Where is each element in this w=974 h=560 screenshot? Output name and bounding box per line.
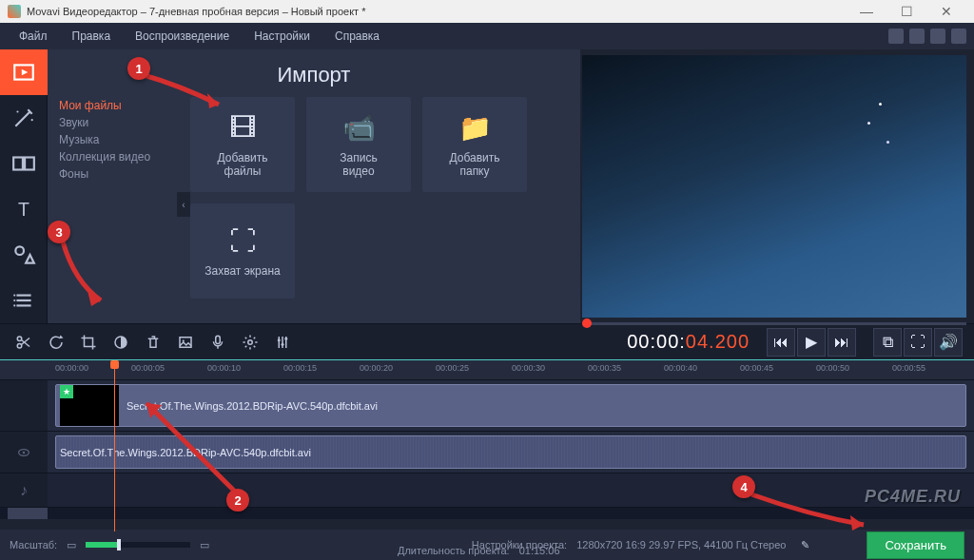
svg-point-24: [248, 339, 253, 344]
fullscreen-button[interactable]: ⛶: [904, 328, 932, 357]
scrubber-handle[interactable]: [582, 319, 592, 328]
volume-button[interactable]: 🔊: [934, 328, 963, 357]
tool-titles[interactable]: T: [0, 186, 48, 232]
video-track-head[interactable]: [0, 380, 48, 431]
picture-button[interactable]: [173, 330, 198, 355]
tool-stickers[interactable]: [0, 232, 48, 278]
sidebar-item-sounds[interactable]: Звуки: [59, 114, 181, 131]
screen-icon: ⛶: [229, 225, 256, 257]
maximize-button[interactable]: ☐: [886, 0, 926, 23]
menu-help[interactable]: Справка: [323, 26, 391, 47]
tool-import[interactable]: [0, 49, 48, 95]
svg-marker-8: [26, 255, 34, 263]
tool-filters[interactable]: [0, 95, 48, 141]
app-icon: [8, 5, 21, 18]
sidebar-item-collection[interactable]: Коллекция видео: [59, 148, 181, 165]
ruler-tick: 00:00:40: [664, 363, 697, 373]
audio-track-body[interactable]: Secret.Of.The.Wings.2012.BDRip-AVC.540p.…: [48, 432, 974, 473]
scrollbar-thumb[interactable]: [8, 508, 48, 519]
watermark: PC4ME.RU: [865, 487, 961, 507]
menu-file[interactable]: Файл: [8, 26, 59, 47]
timecode-prefix: 00:00:: [627, 331, 686, 352]
mic-button[interactable]: [205, 330, 230, 355]
menubar-icon-4[interactable]: [951, 29, 966, 44]
preview-scrubber[interactable]: [582, 318, 966, 331]
ruler-tick: 00:00:50: [816, 363, 849, 373]
settings-button[interactable]: [238, 330, 263, 355]
wand-icon: [11, 106, 36, 130]
tool-more[interactable]: [0, 278, 48, 323]
equalizer-button[interactable]: [270, 330, 295, 355]
tile-record-video[interactable]: 📹 Записьвидео: [306, 97, 411, 192]
transport-controls: ⏮ ▶ ⏭: [767, 328, 856, 357]
minimize-button[interactable]: ―: [847, 0, 886, 23]
ruler-tick: 00:00:55: [892, 363, 925, 373]
sliders-icon: [274, 334, 291, 351]
tile-screen-capture[interactable]: ⛶ Захват экрана: [190, 203, 295, 299]
tile-add-files[interactable]: 🎞 Добавитьфайлы: [190, 97, 295, 192]
play-button[interactable]: ▶: [797, 328, 826, 357]
sidebar-item-backgrounds[interactable]: Фоны: [59, 165, 181, 183]
tile-record-l2: видео: [342, 164, 374, 178]
menubar: Файл Правка Воспроизведение Настройки Сп…: [0, 23, 974, 49]
preview-video-frame[interactable]: [582, 55, 966, 318]
tool-transitions[interactable]: [0, 141, 48, 186]
video-clip[interactable]: Secret.Of.The.Wings.2012.BDRip-AVC.540p.…: [55, 384, 966, 427]
delete-button[interactable]: [141, 330, 166, 355]
timeline-tracks: Secret.Of.The.Wings.2012.BDRip-AVC.540p.…: [0, 380, 974, 519]
ruler-tick: 00:00:25: [436, 363, 469, 373]
timeline: 00:00:0000:00:0500:00:1000:00:1500:00:20…: [0, 359, 974, 519]
tile-add-files-l1: Добавить: [217, 151, 267, 164]
detach-button[interactable]: ⧉: [873, 328, 902, 357]
audio-track-head[interactable]: [0, 432, 48, 473]
playhead[interactable]: [114, 360, 115, 531]
svg-point-28: [278, 338, 281, 341]
zoom-out-icon[interactable]: ▭: [67, 539, 76, 551]
sidebar-item-music[interactable]: Музыка: [59, 131, 181, 148]
svg-marker-1: [22, 69, 29, 76]
scissors-icon: [15, 334, 32, 351]
music-track-body[interactable]: [48, 473, 974, 507]
edit-settings-button[interactable]: ✎: [801, 539, 809, 551]
next-button[interactable]: ⏭: [828, 328, 856, 357]
zoom-slider[interactable]: [86, 542, 190, 548]
timeline-scrollbar[interactable]: [0, 508, 974, 519]
svg-point-7: [15, 246, 24, 255]
menu-edit[interactable]: Правка: [61, 26, 123, 47]
timeline-ruler[interactable]: 00:00:0000:00:0500:00:1000:00:1500:00:20…: [0, 359, 974, 380]
tile-record-l1: Запись: [340, 151, 377, 164]
audio-clip[interactable]: Secret.Of.The.Wings.2012.BDRip-AVC.540p.…: [55, 435, 966, 469]
close-button[interactable]: ✕: [926, 0, 966, 23]
window-title: Movavi Видеоредактор – 7-дневная пробная…: [27, 6, 365, 17]
menubar-icon-3[interactable]: [930, 29, 945, 44]
menu-settings[interactable]: Настройки: [243, 26, 321, 47]
crop-button[interactable]: [76, 330, 101, 355]
timecode-active: 04.200: [686, 331, 750, 352]
sidebar-collapse[interactable]: ‹: [177, 192, 190, 217]
menubar-icon-1[interactable]: [888, 29, 904, 44]
tile-folder-l2: папку: [459, 164, 489, 178]
sidebar-item-myfiles[interactable]: Мои файлы: [59, 97, 181, 114]
music-track: ♪: [0, 473, 974, 508]
color-button[interactable]: [108, 330, 133, 355]
tile-folder-l1: Добавить: [449, 151, 499, 164]
prev-button[interactable]: ⏮: [767, 328, 795, 357]
rotate-button[interactable]: [44, 330, 68, 355]
ruler-tick: 00:00:30: [512, 363, 545, 373]
menu-playback[interactable]: Воспроизведение: [124, 26, 241, 47]
mic-icon: [209, 334, 226, 351]
video-track-body[interactable]: Secret.Of.The.Wings.2012.BDRip-AVC.540p.…: [48, 380, 974, 431]
zoom-in-icon[interactable]: ▭: [200, 539, 209, 551]
preview-options: ⧉ ⛶ 🔊: [873, 328, 963, 357]
music-track-head[interactable]: ♪: [0, 473, 48, 507]
save-button[interactable]: Сохранить: [867, 531, 964, 559]
import-panel: Импорт Мои файлы Звуки Музыка Коллекция …: [48, 49, 580, 323]
svg-rect-5: [25, 158, 34, 170]
menubar-icon-2[interactable]: [909, 29, 925, 44]
svg-rect-21: [180, 337, 191, 347]
ruler-tick: 00:00:45: [740, 363, 773, 373]
tile-add-folder[interactable]: 📁 Добавитьпапку: [422, 97, 527, 192]
cut-button[interactable]: [11, 330, 36, 355]
svg-point-32: [23, 451, 26, 454]
annotation-1: 1: [127, 57, 150, 80]
